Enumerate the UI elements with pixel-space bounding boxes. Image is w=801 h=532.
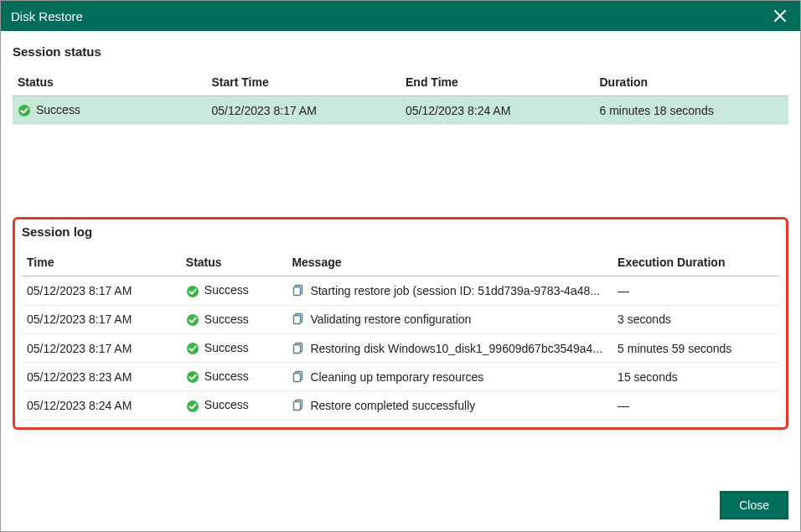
log-message-cell: Restore completed successfully xyxy=(287,391,612,420)
success-icon xyxy=(186,313,199,327)
log-message-cell: Restoring disk Windows10_disk1_99609d67b… xyxy=(287,333,612,362)
success-icon xyxy=(18,104,31,117)
log-status-label: Success xyxy=(204,398,249,411)
duration-cell: 6 minutes 18 seconds xyxy=(595,96,789,125)
dialog-body: Session status Status Start Time End Tim… xyxy=(1,31,800,483)
success-icon xyxy=(186,370,199,384)
copy-icon[interactable] xyxy=(292,399,305,411)
log-exec-duration-cell: — xyxy=(612,391,779,420)
log-message-cell: Starting restore job (session ID: 51dd73… xyxy=(287,276,612,305)
log-exec-duration-cell: 3 seconds xyxy=(612,305,779,333)
log-time-cell: 05/12/2023 8:17 AM xyxy=(22,305,181,333)
log-status-label: Success xyxy=(204,312,249,326)
log-status-label: Success xyxy=(204,341,249,354)
log-status-cell: Success xyxy=(181,305,287,333)
table-header-row: Status Start Time End Time Duration xyxy=(13,69,788,96)
col-status: Status xyxy=(13,69,207,96)
log-message-text: Restore completed successfully xyxy=(310,399,475,412)
session-log-heading: Session log xyxy=(22,225,779,239)
log-time-cell: 05/12/2023 8:17 AM xyxy=(22,276,181,305)
col-message: Message xyxy=(287,249,612,276)
session-status-row[interactable]: Success 05/12/2023 8:17 AM 05/12/2023 8:… xyxy=(13,96,788,125)
success-icon xyxy=(186,342,199,355)
copy-icon[interactable] xyxy=(292,284,305,297)
session-status-table: Status Start Time End Time Duration Succ… xyxy=(13,69,788,125)
session-log-highlight-box: Session log Time Status Message Executio… xyxy=(13,217,788,429)
titlebar: Disk Restore xyxy=(1,1,800,31)
disk-restore-dialog: Disk Restore Session status Status Start… xyxy=(0,0,801,532)
dialog-footer: Close xyxy=(1,483,800,531)
close-icon[interactable] xyxy=(770,6,790,26)
col-duration: Duration xyxy=(595,69,789,96)
log-message-text: Restoring disk Windows10_disk1_99609d67b… xyxy=(310,342,602,355)
session-log-table: Time Status Message Execution Duration 0… xyxy=(22,249,779,420)
log-row[interactable]: 05/12/2023 8:23 AMSuccessCleaning up tem… xyxy=(22,363,779,391)
log-time-cell: 05/12/2023 8:23 AM xyxy=(22,363,181,391)
log-status-label: Success xyxy=(204,283,249,297)
log-status-label: Success xyxy=(204,369,249,383)
log-status-cell: Success xyxy=(181,363,287,391)
log-row[interactable]: 05/12/2023 8:17 AMSuccessRestoring disk … xyxy=(22,333,779,362)
col-time: Time xyxy=(22,249,181,276)
copy-icon[interactable] xyxy=(292,342,305,354)
log-row[interactable]: 05/12/2023 8:24 AMSuccessRestore complet… xyxy=(22,391,779,420)
col-start-time: Start Time xyxy=(207,69,401,96)
success-icon xyxy=(186,285,199,298)
log-message-text: Starting restore job (session ID: 51dd73… xyxy=(310,284,600,297)
log-status-cell: Success xyxy=(181,391,287,420)
log-message-cell: Cleaning up temporary resources xyxy=(287,363,612,391)
copy-icon[interactable] xyxy=(292,370,305,383)
session-status-heading: Session status xyxy=(13,44,788,59)
log-time-cell: 05/12/2023 8:17 AM xyxy=(22,333,181,362)
log-status-cell: Success xyxy=(181,276,287,305)
col-status: Status xyxy=(181,249,287,276)
status-label: Success xyxy=(36,103,80,116)
log-exec-duration-cell: 5 minutes 59 seconds xyxy=(612,333,779,362)
window-title: Disk Restore xyxy=(11,9,770,23)
status-cell: Success xyxy=(13,96,207,125)
col-exec-duration: Execution Duration xyxy=(612,249,779,276)
copy-icon[interactable] xyxy=(292,312,305,325)
log-exec-duration-cell: 15 seconds xyxy=(612,363,779,391)
end-time-cell: 05/12/2023 8:24 AM xyxy=(400,96,595,125)
log-message-cell: Validating restore configuration xyxy=(287,305,612,333)
table-header-row: Time Status Message Execution Duration xyxy=(22,249,779,276)
start-time-cell: 05/12/2023 8:17 AM xyxy=(207,96,401,125)
log-message-text: Cleaning up temporary resources xyxy=(310,370,483,384)
close-button[interactable]: Close xyxy=(720,491,788,519)
success-icon xyxy=(186,400,199,413)
log-status-cell: Success xyxy=(181,333,287,362)
log-row[interactable]: 05/12/2023 8:17 AMSuccessStarting restor… xyxy=(22,276,779,305)
log-row[interactable]: 05/12/2023 8:17 AMSuccessValidating rest… xyxy=(22,305,779,333)
log-time-cell: 05/12/2023 8:24 AM xyxy=(22,391,181,420)
log-message-text: Validating restore configuration xyxy=(310,312,471,326)
log-exec-duration-cell: — xyxy=(612,276,779,305)
col-end-time: End Time xyxy=(400,69,595,96)
